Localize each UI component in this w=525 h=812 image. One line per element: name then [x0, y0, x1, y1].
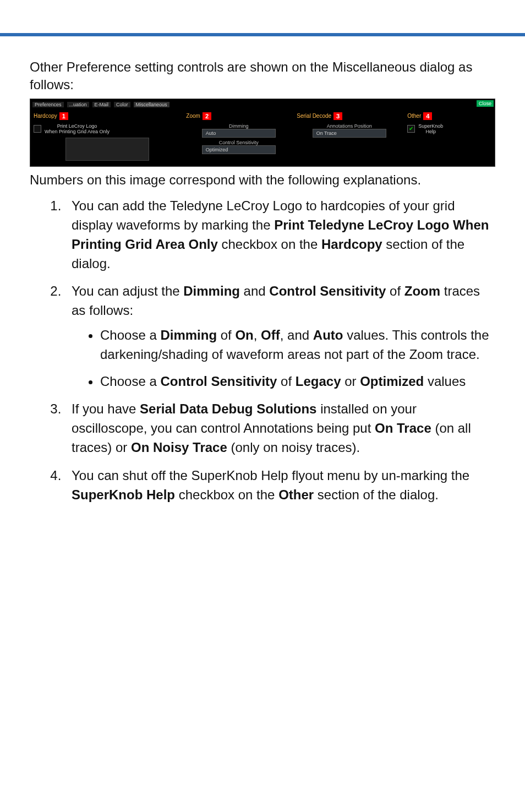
callout-badge-4: 4	[423, 112, 432, 120]
text: section of the dialog.	[314, 487, 439, 502]
tab-miscellaneous[interactable]: Miscellaneous	[134, 102, 169, 107]
tab-email[interactable]: E-Mail	[92, 102, 111, 107]
caption-paragraph: Numbers on this image correspond with th…	[30, 171, 495, 189]
panel-zoom: Zoom 2 Dimming Auto Control Sensitivity …	[186, 112, 291, 161]
text: ,	[254, 328, 261, 342]
text: (only on noisy traces).	[227, 440, 360, 455]
text: of	[217, 328, 235, 342]
bold-text: Control Sensitivity	[160, 374, 277, 389]
misc-dialog-screenshot: Preferences ...uation E-Mail Color Misce…	[30, 99, 495, 167]
callout-badge-2: 2	[203, 112, 211, 120]
superknob-help-checkbox[interactable]: ✔	[407, 125, 415, 133]
text: Choose a	[100, 374, 160, 389]
waveform-preview	[65, 138, 149, 161]
bold-text: SuperKnob Help	[72, 487, 175, 502]
panel-serial-decode: Serial Decode 3 Annotations Position On …	[297, 112, 402, 161]
text: of	[277, 374, 295, 389]
bold-text: Serial Data Debug Solutions	[140, 401, 316, 416]
bold-text: On Noisy Trace	[131, 440, 227, 455]
text: of	[386, 284, 404, 298]
dimming-label: Dimming	[186, 123, 291, 129]
superknob-label-1: SuperKnob	[418, 123, 443, 129]
sub-item-dimming: Choose a Dimming of On, Off, and Auto va…	[100, 326, 495, 364]
text: or	[341, 374, 360, 389]
dimming-select[interactable]: Auto	[202, 129, 276, 138]
other-title: Other	[407, 113, 421, 119]
text: You can shut off the SuperKnob Help flyo…	[72, 468, 469, 483]
sub-list: Choose a Dimming of On, Off, and Auto va…	[72, 326, 495, 391]
control-sensitivity-label: Control Sensitivity	[186, 140, 291, 145]
callout-badge-1: 1	[59, 112, 68, 120]
text: If you have	[72, 401, 140, 416]
text: and	[240, 284, 269, 298]
bold-text: Off	[261, 328, 280, 342]
bold-text: Zoom	[404, 284, 440, 298]
bold-text: On	[235, 328, 253, 342]
callout-badge-3: 3	[333, 112, 342, 120]
intro-paragraph: Other Preference setting controls are sh…	[30, 58, 495, 94]
header-divider	[0, 33, 525, 36]
superknob-help-row[interactable]: ✔ SuperKnob Help	[407, 123, 491, 134]
dialog-tabs: Preferences ...uation E-Mail Color Misce…	[30, 99, 495, 110]
list-item-3: If you have Serial Data Debug Solutions …	[65, 400, 495, 457]
annotations-position-label: Annotations Position	[297, 123, 402, 129]
serial-decode-title: Serial Decode	[297, 113, 331, 119]
text: Choose a	[100, 328, 160, 342]
text: You can adjust the	[72, 284, 183, 298]
tab-uation[interactable]: ...uation	[67, 102, 89, 107]
print-logo-label-1: Print LeCroy Logo	[57, 123, 97, 129]
text: checkbox on the	[218, 237, 321, 252]
superknob-label-2: Help	[426, 129, 436, 134]
panel-other: Other 4 ✔ SuperKnob Help	[407, 112, 491, 161]
annotations-position-select[interactable]: On Trace	[313, 129, 386, 138]
print-logo-label-2: When Printing Grid Area Only	[45, 129, 110, 134]
bold-text: Hardcopy	[321, 237, 382, 252]
bold-text: Auto	[313, 328, 343, 342]
close-button[interactable]: Close	[477, 100, 494, 107]
bold-text: Legacy	[296, 374, 341, 389]
tab-preferences[interactable]: Preferences	[32, 102, 64, 107]
tab-color[interactable]: Color	[114, 102, 130, 107]
bold-text: On Trace	[375, 421, 431, 435]
list-item-1: You can add the Teledyne LeCroy Logo to …	[65, 197, 495, 273]
explanation-list: You can add the Teledyne LeCroy Logo to …	[30, 197, 495, 504]
bold-text: Other	[278, 487, 314, 502]
text: values	[424, 374, 466, 389]
control-sensitivity-select[interactable]: Optimized	[202, 145, 276, 154]
print-logo-checkbox[interactable]	[34, 125, 41, 133]
page-content: Other Preference setting controls are sh…	[0, 58, 525, 546]
bold-text: Dimming	[183, 284, 240, 298]
panel-hardcopy: Hardcopy 1 Print LeCroy Logo When Printi…	[34, 112, 181, 161]
text: , and	[280, 328, 313, 342]
list-item-4: You can shut off the SuperKnob Help flyo…	[65, 466, 495, 505]
dialog-panels: Hardcopy 1 Print LeCroy Logo When Printi…	[30, 110, 495, 166]
zoom-title: Zoom	[186, 113, 200, 119]
bold-text: Optimized	[360, 374, 424, 389]
text: checkbox on the	[175, 487, 278, 502]
hardcopy-title: Hardcopy	[34, 113, 57, 119]
sub-item-control-sensitivity: Choose a Control Sensitivity of Legacy o…	[100, 372, 495, 391]
bold-text: Control Sensitivity	[269, 284, 386, 298]
print-logo-row[interactable]: Print LeCroy Logo When Printing Grid Are…	[34, 123, 181, 134]
bold-text: Dimming	[160, 328, 217, 342]
list-item-2: You can adjust the Dimming and Control S…	[65, 282, 495, 391]
